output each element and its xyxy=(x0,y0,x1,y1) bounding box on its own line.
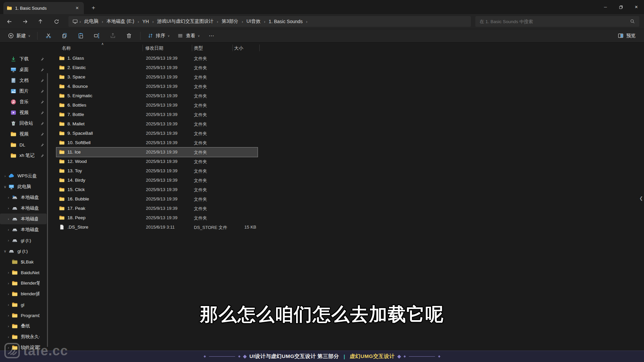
sidebar-item[interactable]: ›本地磁盘 (E:) xyxy=(0,214,47,224)
breadcrumb-item[interactable]: 本地磁盘 (E:) xyxy=(104,17,137,25)
sidebar-item[interactable]: ›Blender笔记 xyxy=(0,278,48,289)
sidebar-item[interactable]: $LBak xyxy=(0,256,48,267)
sidebar-item[interactable]: 图片 xyxy=(0,86,48,97)
chevron-right-icon[interactable]: › xyxy=(6,195,11,199)
sidebar-item[interactable]: ›本地磁盘 (C:) xyxy=(0,192,48,203)
chevron-right-icon[interactable]: › xyxy=(6,206,11,210)
sidebar-item[interactable]: ›blender插件 xyxy=(0,289,48,299)
table-row[interactable]: 10. SoftBell2025/9/13 19:39文件夹 xyxy=(56,138,258,147)
sidebar-item[interactable]: 桌面 xyxy=(0,64,48,75)
table-row[interactable]: 12. Wood2025/9/13 19:39文件夹 xyxy=(56,157,258,166)
table-row[interactable]: 11. Ice2025/9/13 19:39文件夹 xyxy=(56,147,258,157)
pictures-icon xyxy=(10,88,16,94)
search-input[interactable] xyxy=(475,16,627,27)
rename-button[interactable] xyxy=(89,31,105,41)
sidebar-item[interactable]: 下载 xyxy=(0,54,48,64)
new-button[interactable]: 新建 ∨ xyxy=(4,31,34,41)
diamond-icon xyxy=(438,355,440,358)
more-button[interactable]: ⋯ xyxy=(204,31,220,41)
column-divider[interactable] xyxy=(232,45,233,51)
breadcrumb-item[interactable]: 游戏UI与虚幻交互蓝图设计 xyxy=(155,17,216,25)
delete-button[interactable] xyxy=(121,31,137,41)
rename-icon xyxy=(94,33,100,39)
column-header-date[interactable]: 修改日期 xyxy=(145,45,163,51)
column-divider[interactable] xyxy=(192,45,192,51)
minimize-button[interactable]: ─ xyxy=(598,0,613,14)
sidebar-item[interactable]: ›WPS云盘 xyxy=(0,171,48,181)
table-row[interactable]: 6. Bottles2025/9/13 19:39文件夹 xyxy=(56,101,258,110)
table-row[interactable]: 7. Bottle2025/9/13 19:39文件夹 xyxy=(56,110,258,119)
sidebar-item[interactable]: ∨gl (I:) xyxy=(0,246,48,256)
sidebar-item[interactable]: 回收站 xyxy=(0,118,48,129)
chevron-right-icon[interactable]: › xyxy=(6,292,11,296)
sort-button[interactable]: 排序 ∨ xyxy=(144,31,174,41)
cut-button[interactable] xyxy=(41,31,57,41)
monitor-icon xyxy=(8,184,14,190)
table-row[interactable]: 17. Peak2025/9/13 19:39文件夹 xyxy=(56,204,258,213)
sidebar-item[interactable]: 视频 xyxy=(0,129,48,139)
copy-button[interactable] xyxy=(57,31,73,41)
table-row[interactable]: 8. Mallet2025/9/13 19:39文件夹 xyxy=(56,119,258,129)
table-row[interactable]: 3. Space2025/9/13 19:39文件夹 xyxy=(56,72,258,82)
preview-button[interactable]: 预览 xyxy=(614,31,639,41)
new-tab-button[interactable]: ＋ xyxy=(88,3,99,12)
sidebar-item[interactable]: ∨此电脑 xyxy=(0,181,48,192)
chevron-down-icon[interactable]: ∨ xyxy=(3,249,7,253)
sidebar-item[interactable]: 音乐 xyxy=(0,97,48,107)
table-row[interactable]: 16. Bubble2025/9/13 19:39文件夹 xyxy=(56,194,258,204)
chevron-down-icon[interactable]: ∨ xyxy=(3,185,7,189)
breadcrumb-item[interactable]: UI音效 xyxy=(244,17,263,25)
chevron-right-icon[interactable]: › xyxy=(6,270,11,275)
column-divider[interactable] xyxy=(143,45,143,51)
column-header-size[interactable]: 大小 xyxy=(234,45,243,51)
sidebar-item[interactable]: DL xyxy=(0,139,48,150)
table-row[interactable]: .DS_Store2015/6/19 3:11DS_STORE 文件15 KB xyxy=(56,223,258,232)
sidebar-item[interactable]: ›本地磁盘 (D:) xyxy=(0,203,48,214)
sidebar-item-label: 桌面 xyxy=(19,67,29,73)
refresh-button[interactable] xyxy=(50,16,63,27)
view-button[interactable]: 查看 ∨ xyxy=(173,31,204,41)
pane-edge-chevron-icon[interactable]: ❮ xyxy=(639,196,643,201)
table-row[interactable]: 13. Toy2025/9/13 19:39文件夹 xyxy=(56,166,258,176)
sidebar-item[interactable]: ›BaiduNetdis xyxy=(0,267,48,278)
table-row[interactable]: 4. Bounce2025/9/13 19:39文件夹 xyxy=(56,82,258,91)
table-row[interactable]: 14. Birdy2025/9/13 19:39文件夹 xyxy=(56,176,258,185)
address-bar[interactable]: › 此电脑›本地磁盘 (E:)›YH›游戏UI与虚幻交互蓝图设计›第3部分›UI… xyxy=(68,16,471,27)
sidebar-item[interactable]: ›gl (I:) xyxy=(0,235,48,246)
breadcrumb-item[interactable]: YH xyxy=(140,18,151,25)
table-row[interactable]: 15. Click2025/9/13 19:39文件夹 xyxy=(56,185,258,194)
breadcrumb-item[interactable]: 第3部分 xyxy=(219,17,241,25)
breadcrumb-item[interactable]: 1. Basic Sounds xyxy=(266,18,305,25)
tab-close-icon[interactable]: ✕ xyxy=(74,5,80,11)
breadcrumb-item[interactable]: 此电脑 xyxy=(82,17,101,25)
up-button[interactable] xyxy=(34,16,47,27)
column-header-type[interactable]: 类型 xyxy=(194,45,203,51)
sidebar-item[interactable]: ›本地磁盘 (F:) xyxy=(0,224,48,235)
forward-button[interactable] xyxy=(18,16,32,27)
chevron-right-icon[interactable]: › xyxy=(6,335,11,339)
explorer-tab[interactable]: 1. Basic Sounds ✕ xyxy=(3,2,84,14)
table-row[interactable]: 1. Glass2025/9/13 19:39文件夹 xyxy=(56,54,258,63)
chevron-right-icon[interactable]: › xyxy=(6,281,11,285)
search-box[interactable] xyxy=(475,16,639,27)
sidebar-item[interactable]: xh 笔记 xyxy=(0,150,48,161)
chevron-right-icon[interactable]: › xyxy=(3,174,7,178)
table-row[interactable]: 9. SpaceBall2025/9/13 19:39文件夹 xyxy=(56,129,258,138)
chevron-right-icon[interactable]: › xyxy=(6,217,11,221)
chevron-right-icon[interactable]: › xyxy=(6,228,11,232)
column-divider[interactable] xyxy=(259,45,260,51)
table-row[interactable]: 18. Peep2025/9/13 19:39文件夹 xyxy=(56,213,258,223)
paste-button[interactable] xyxy=(73,31,89,41)
back-button[interactable] xyxy=(3,16,16,27)
sidebar-item[interactable]: ›剪映永久会员 xyxy=(0,331,48,342)
sidebar-item[interactable]: 视频 xyxy=(0,107,48,118)
diamond-icon xyxy=(404,355,406,358)
close-button[interactable]: ✕ xyxy=(629,0,644,14)
restore-button[interactable] xyxy=(613,0,629,14)
sidebar-item[interactable]: 文档 xyxy=(0,75,48,86)
share-button[interactable] xyxy=(105,31,121,41)
chevron-right-icon[interactable]: › xyxy=(6,238,11,242)
table-row[interactable]: 2. Elastic2025/9/13 19:39文件夹 xyxy=(56,63,258,72)
table-row[interactable]: 5. Enigmatic2025/9/13 19:39文件夹 xyxy=(56,91,258,101)
column-header-name[interactable]: 名称 xyxy=(62,45,71,51)
